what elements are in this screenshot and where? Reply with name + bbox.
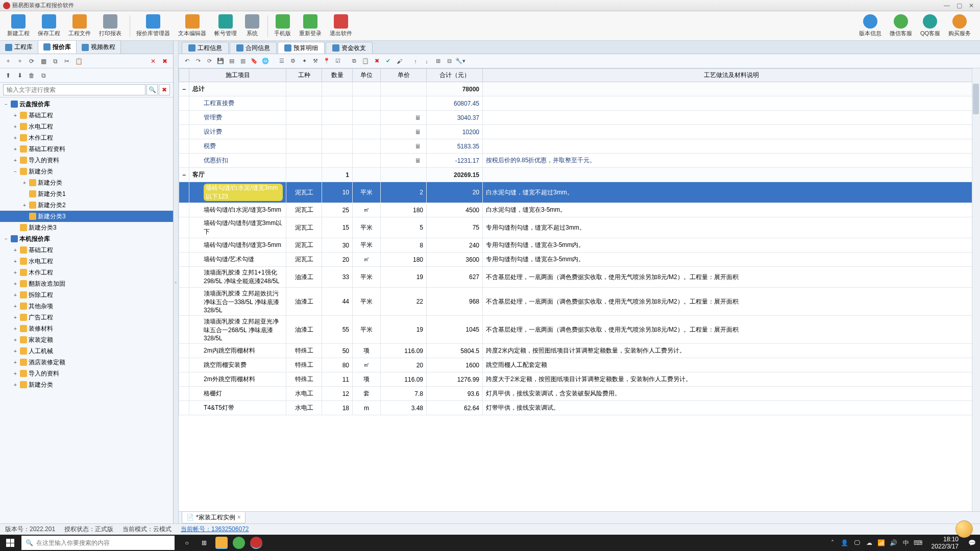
cell-desc[interactable]: 跨度2米内定额，按照图纸项目计算调整定额数量，安装制作人工费另计。 [483,344,980,358]
cell-price[interactable] [381,96,427,111]
start-button[interactable] [0,535,20,551]
expand-cell[interactable] [179,139,189,154]
expand-cell[interactable] [179,372,189,387]
cell-kind[interactable] [286,139,322,154]
calculator-icon[interactable]: 🖩 [415,129,423,136]
cell-item[interactable]: 墙砖勾缝/白水泥/缝宽3mm以下123 [189,182,286,203]
expand-cell[interactable] [179,401,189,415]
expand-icon[interactable]: − [12,169,18,174]
taskbar-clock[interactable]: 18:10 2022/3/17 [926,536,964,550]
toolbar-button[interactable]: 打印报表 [96,13,125,38]
cell-kind[interactable]: 泥瓦工 [286,253,322,267]
cell-unit[interactable] [353,82,381,96]
expand-icon[interactable]: + [21,203,28,208]
cell-unit[interactable]: ㎡ [353,253,381,267]
expand-cell[interactable] [179,111,189,125]
check-icon[interactable]: ☑ [333,56,343,66]
delete-icon[interactable]: ✖ [372,56,382,66]
expand-icon[interactable]: − [3,236,9,242]
tree-node[interactable]: +水电工程 [0,121,173,132]
globe-icon[interactable]: 🌐 [260,56,271,66]
clear-search-icon[interactable]: ✖ [159,84,170,95]
taskbar-search[interactable]: 🔍 在这里输入你要搜索的内容 [21,536,175,550]
cell-item[interactable]: 2m内跳空雨棚材料 [189,344,286,358]
cell-sum[interactable]: 5183.35 [427,139,483,154]
cell-qty[interactable] [322,125,353,139]
taskview-icon[interactable]: ⊞ [198,537,210,549]
tree-node[interactable]: +人工机械 [0,345,173,357]
tree-search-input[interactable] [3,84,145,95]
cell-sum[interactable]: 60807.45 [427,96,483,111]
cell-desc[interactable]: 白水泥勾缝，缝宽在3-5mm。 [483,203,980,217]
panel-icon[interactable]: ▤ [227,56,237,66]
expand-icon[interactable]: + [12,382,18,388]
cell-price[interactable]: 116.09 [381,372,427,387]
cell-kind[interactable]: 油漆工 [286,288,322,316]
account-link[interactable]: 当前帐号：13632506072 [181,525,249,534]
cell-qty[interactable] [322,82,353,96]
cell-unit[interactable]: 平米 [353,267,381,288]
cell-sum[interactable]: 5804.5 [427,344,483,358]
cell-sum[interactable]: 75 [427,217,483,238]
cell-qty[interactable]: 55 [322,316,353,344]
down-arrow-icon[interactable]: ⬇ [15,70,25,81]
delete-icon[interactable]: ✕ [148,56,158,66]
plus-icon[interactable]: ＋ [3,56,13,66]
table-row[interactable]: 墙砖勾缝/白水泥/缝宽3mm以下123泥瓦工10平米220白水泥勾缝，缝宽不超过… [179,182,980,203]
left-tab[interactable]: 工程库 [0,41,38,54]
expand-cell[interactable] [179,203,189,217]
expand-icon[interactable]: + [12,158,18,163]
tag-icon[interactable]: 🔖 [249,56,259,66]
cell-qty[interactable]: 20 [322,253,353,267]
expand-icon[interactable]: + [21,180,28,186]
cell-sum[interactable]: 3600 [427,253,483,267]
search-icon[interactable]: 🔍 [146,84,158,95]
refresh-icon[interactable]: ⟳ [204,56,214,66]
browser-icon[interactable] [233,537,245,549]
expand-icon[interactable]: + [12,292,18,298]
cell-qty[interactable]: 18 [322,401,353,415]
tree-node[interactable]: +基础工程资料 [0,143,173,155]
toolbar-button[interactable]: 报价库管理器 [133,13,173,38]
cell-price[interactable]: 8 [381,238,427,253]
doc-tab[interactable]: 工程信息 [182,42,229,54]
expand-icon[interactable]: + [12,326,18,332]
cell-kind[interactable]: 泥瓦工 [286,182,322,203]
table-row[interactable]: 税费🖩5183.35 [179,139,980,154]
table-row[interactable]: 墙砖勾缝/白水泥/缝宽3-5mm泥瓦工25㎡1804500白水泥勾缝，缝宽在3-… [179,203,980,217]
tree-node[interactable]: +新建分类 [0,379,173,390]
undo-icon[interactable]: ↶ [182,56,192,66]
cell-unit[interactable] [353,125,381,139]
tree-node[interactable]: +翻新改造加固 [0,278,173,289]
left-tab[interactable]: 视频教程 [77,41,121,54]
tray-cloud-icon[interactable]: ☁ [865,539,873,547]
expand-cell[interactable]: − [179,168,189,182]
expand-cell[interactable] [179,182,189,203]
cell-desc[interactable]: 专用勾缝剂勾缝，缝宽不超过3mm。 [483,217,980,238]
cell-price[interactable]: 19 [381,316,427,344]
tree-node[interactable]: +水电工程 [0,256,173,267]
expand-cell[interactable] [179,253,189,267]
cell-sum[interactable]: 240 [427,238,483,253]
cell-qty[interactable]: 33 [322,267,353,288]
tray-ime-icon[interactable]: 中 [902,539,910,547]
expand-icon[interactable]: + [12,304,18,309]
expand-cell[interactable]: − [179,82,189,96]
cell-qty[interactable]: 25 [322,203,353,217]
tree-node[interactable]: +基础工程 [0,110,173,121]
cell-kind[interactable]: 特殊工 [286,344,322,358]
cell-unit[interactable]: 平米 [353,238,381,253]
star-icon[interactable]: ✦ [299,56,309,66]
cell-price[interactable]: 🖩 [381,154,427,168]
plus-box-icon[interactable]: ⊞ [433,56,443,66]
gear-icon[interactable]: ⚙ [288,56,298,66]
col-qty[interactable]: 数量 [322,69,353,82]
cell-kind[interactable]: 水电工 [286,401,322,415]
col-unit[interactable]: 单位 [353,69,381,82]
expand-cell[interactable] [179,267,189,288]
cell-item[interactable]: 设计费 [189,125,286,139]
cell-price[interactable]: 7.8 [381,387,427,401]
expand-cell[interactable] [179,288,189,316]
up-arrow-icon[interactable]: ⬆ [3,70,13,81]
cell-qty[interactable] [322,154,353,168]
